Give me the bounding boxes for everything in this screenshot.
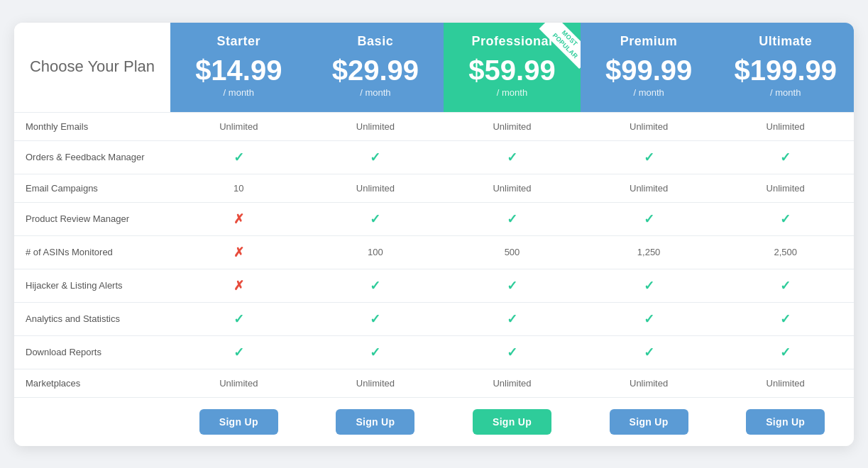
- feature-cell-1-3: ✓: [581, 140, 718, 174]
- plan-price-ultimate: $199.99: [734, 56, 837, 84]
- check-icon: ✓: [507, 150, 517, 165]
- plan-header-premium: Premium$99.99/ month: [581, 23, 718, 112]
- feature-label-1: Orders & Feedback Manager: [14, 140, 170, 174]
- check-icon: ✓: [780, 150, 791, 165]
- feature-cell-7-0: ✓: [170, 335, 307, 369]
- check-icon: ✓: [780, 345, 791, 360]
- plan-name-premium: Premium: [620, 34, 678, 49]
- footer-cell-professional: Sign Up: [444, 397, 581, 446]
- footer-cell-starter: Sign Up: [170, 397, 307, 446]
- feature-cell-7-4: ✓: [717, 335, 854, 369]
- feature-cell-1-4: ✓: [717, 140, 854, 174]
- feature-cell-3-3: ✓: [581, 202, 718, 235]
- signup-button-ultimate[interactable]: Sign Up: [746, 409, 825, 435]
- feature-cell-2-1: Unlimited: [307, 174, 444, 202]
- feature-cell-3-2: ✓: [444, 202, 581, 235]
- choose-plan-label: Choose Your Plan: [14, 23, 170, 112]
- feature-cell-6-0: ✓: [170, 302, 307, 335]
- plan-header-basic: Basic$29.99/ month: [307, 23, 444, 112]
- plan-name-starter: Starter: [217, 34, 261, 49]
- check-icon: ✓: [370, 211, 380, 227]
- check-icon: ✓: [644, 211, 654, 227]
- plan-price-premium: $99.99: [605, 56, 692, 84]
- feature-cell-0-4: Unlimited: [717, 112, 854, 140]
- signup-button-starter[interactable]: Sign Up: [199, 409, 278, 435]
- check-icon: ✓: [507, 278, 517, 294]
- check-icon: ✓: [507, 345, 517, 360]
- feature-cell-5-4: ✓: [717, 269, 854, 302]
- feature-cell-2-4: Unlimited: [717, 174, 854, 202]
- feature-cell-0-0: Unlimited: [170, 112, 307, 140]
- check-icon: ✓: [234, 311, 244, 327]
- check-icon: ✓: [780, 311, 791, 327]
- feature-cell-5-2: ✓: [444, 269, 581, 302]
- plan-name-ultimate: Ultimate: [759, 34, 812, 49]
- feature-cell-4-4: 2,500: [717, 235, 854, 269]
- feature-label-6: Analytics and Statistics: [14, 302, 170, 335]
- feature-cell-4-1: 100: [307, 235, 444, 269]
- check-icon: ✓: [234, 150, 244, 165]
- feature-label-2: Email Campaigns: [14, 174, 170, 202]
- feature-cell-3-4: ✓: [717, 202, 854, 235]
- plan-header-starter: Starter$14.99/ month: [170, 23, 307, 112]
- signup-button-professional[interactable]: Sign Up: [473, 409, 551, 435]
- plan-name-basic: Basic: [358, 34, 394, 49]
- cross-icon: ✗: [234, 211, 244, 227]
- feature-cell-1-2: ✓: [444, 140, 581, 174]
- feature-cell-1-0: ✓: [170, 140, 307, 174]
- feature-cell-0-1: Unlimited: [307, 112, 444, 140]
- check-icon: ✓: [370, 345, 380, 360]
- pricing-table: Choose Your PlanStarter$14.99/ monthBasi…: [14, 23, 854, 446]
- check-icon: ✓: [234, 345, 244, 360]
- feature-cell-2-0: 10: [170, 174, 307, 202]
- feature-cell-5-1: ✓: [307, 269, 444, 302]
- check-icon: ✓: [780, 211, 791, 227]
- check-icon: ✓: [507, 211, 517, 227]
- feature-cell-8-0: Unlimited: [170, 369, 307, 397]
- feature-cell-3-0: ✗: [170, 202, 307, 235]
- check-icon: ✓: [644, 150, 654, 165]
- check-icon: ✓: [780, 278, 791, 294]
- feature-cell-6-2: ✓: [444, 302, 581, 335]
- feature-cell-8-2: Unlimited: [444, 369, 581, 397]
- check-icon: ✓: [370, 150, 380, 165]
- popular-ribbon: Most Popular: [532, 23, 581, 71]
- signup-button-basic[interactable]: Sign Up: [336, 409, 414, 435]
- feature-cell-5-0: ✗: [170, 269, 307, 302]
- feature-label-8: Marketplaces: [14, 369, 170, 397]
- plan-period-starter: / month: [224, 87, 254, 98]
- feature-label-4: # of ASINs Monitored: [14, 235, 170, 269]
- feature-cell-2-3: Unlimited: [581, 174, 718, 202]
- signup-button-premium[interactable]: Sign Up: [610, 409, 688, 435]
- feature-cell-4-3: 1,250: [581, 235, 718, 269]
- feature-cell-4-2: 500: [444, 235, 581, 269]
- plan-header-professional: Professional$59.99/ monthMost Popular: [444, 23, 581, 112]
- popular-ribbon-text: Most Popular: [539, 23, 581, 69]
- cross-icon: ✗: [234, 245, 244, 260]
- plan-header-ultimate: Ultimate$199.99/ month: [717, 23, 854, 112]
- feature-label-5: Hijacker & Listing Alerts: [14, 269, 170, 302]
- check-icon: ✓: [644, 278, 654, 294]
- footer-cell-premium: Sign Up: [581, 397, 718, 446]
- plan-period-premium: / month: [633, 87, 664, 98]
- feature-cell-0-2: Unlimited: [444, 112, 581, 140]
- feature-cell-6-3: ✓: [581, 302, 718, 335]
- plan-period-professional: / month: [497, 87, 527, 98]
- feature-cell-1-1: ✓: [307, 140, 444, 174]
- feature-cell-3-1: ✓: [307, 202, 444, 235]
- cross-icon: ✗: [234, 278, 244, 294]
- feature-cell-8-3: Unlimited: [581, 369, 718, 397]
- feature-cell-4-0: ✗: [170, 235, 307, 269]
- feature-cell-7-3: ✓: [581, 335, 718, 369]
- footer-label: [14, 397, 170, 446]
- check-icon: ✓: [370, 278, 380, 294]
- pricing-grid: Choose Your PlanStarter$14.99/ monthBasi…: [14, 23, 854, 446]
- feature-cell-6-1: ✓: [307, 302, 444, 335]
- feature-cell-2-2: Unlimited: [444, 174, 581, 202]
- feature-cell-8-4: Unlimited: [717, 369, 854, 397]
- plan-period-ultimate: / month: [770, 87, 801, 98]
- footer-cell-ultimate: Sign Up: [717, 397, 854, 446]
- check-icon: ✓: [644, 311, 654, 327]
- feature-label-3: Product Review Manager: [14, 202, 170, 235]
- plan-price-starter: $14.99: [195, 56, 282, 84]
